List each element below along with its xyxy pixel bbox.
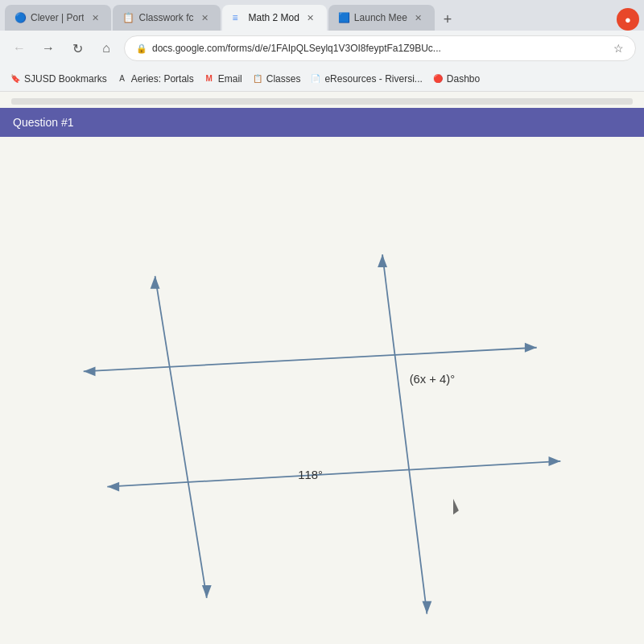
bookmark-email[interactable]: M Email <box>204 73 242 85</box>
svg-line-9 <box>382 254 427 613</box>
page-content: Question #1 <box>0 92 644 644</box>
bookmark-classes[interactable]: 📋 Classes <box>252 73 301 85</box>
diagram-area: (6x + 4)° 118° <box>0 137 644 644</box>
bookmark-label-classes: Classes <box>266 73 301 85</box>
geometry-diagram: (6x + 4)° 118° <box>0 137 644 644</box>
svg-line-6 <box>155 276 207 598</box>
tab-icon-launch: 🟦 <box>338 12 349 23</box>
address-bar-row: ← → ↻ ⌂ 🔒 docs.google.com/forms/d/e/1FAI… <box>0 31 644 66</box>
bookmark-icon-aeries: A <box>117 73 128 85</box>
bookmark-label-email: Email <box>218 73 242 85</box>
bookmark-label-eresources: eResources - Riversi... <box>324 73 422 85</box>
angle2-label: 118° <box>298 469 323 481</box>
bookmark-aeries[interactable]: A Aeries: Portals <box>117 73 194 85</box>
bookmark-label-aeries: Aeries: Portals <box>131 73 194 85</box>
back-button[interactable]: ← <box>8 37 31 60</box>
svg-marker-12 <box>453 498 459 514</box>
tab-label-clever: Clever | Port <box>31 12 84 23</box>
tab-close-launch[interactable]: ✕ <box>412 11 425 24</box>
bookmark-dashbo[interactable]: 🔴 Dashbo <box>432 73 480 85</box>
svg-marker-1 <box>525 343 537 353</box>
tab-classwork[interactable]: 📋 Classwork fc ✕ <box>113 5 221 31</box>
reload-button[interactable]: ↻ <box>66 37 89 60</box>
scroll-indicator <box>11 98 633 105</box>
lock-icon: 🔒 <box>136 43 147 54</box>
forward-button[interactable]: → <box>37 37 60 60</box>
bookmark-icon-email: M <box>204 73 215 85</box>
bookmark-eresources[interactable]: 📄 eResources - Riversi... <box>310 73 422 85</box>
question-header: Question #1 <box>0 108 644 137</box>
tab-icon-math: ≡ <box>232 12 243 23</box>
tab-bar: 🔵 Clever | Port ✕ 📋 Classwork fc ✕ ≡ Mat… <box>0 0 644 31</box>
tab-close-clever[interactable]: ✕ <box>89 11 101 24</box>
tab-close-math[interactable]: ✕ <box>304 11 317 24</box>
tab-label-launch: Launch Mee <box>354 12 407 23</box>
bookmark-icon-dashbo: 🔴 <box>432 73 444 85</box>
bookmark-star-icon[interactable]: ☆ <box>613 42 624 55</box>
new-tab-button[interactable]: + <box>436 8 459 31</box>
angle1-label: (6x + 4)° <box>410 373 456 386</box>
bookmark-label-dashbo: Dashbo <box>447 73 480 85</box>
bookmark-icon-eresources: 📄 <box>310 73 321 85</box>
bookmark-icon-classes: 📋 <box>252 73 263 85</box>
tab-clever[interactable]: 🔵 Clever | Port ✕ <box>5 5 111 31</box>
question-label: Question #1 <box>13 116 74 129</box>
tab-launch[interactable]: 🟦 Launch Mee ✕ <box>328 5 435 31</box>
tab-close-classwork[interactable]: ✕ <box>198 11 211 24</box>
tab-icon-clever: 🔵 <box>14 12 26 23</box>
tab-icon-classwork: 📋 <box>122 12 134 23</box>
address-bar[interactable]: 🔒 docs.google.com/forms/d/e/1FAIpQLSeylq… <box>124 35 636 61</box>
tab-math[interactable]: ≡ Math 2 Mod ✕ <box>222 5 326 31</box>
svg-marker-5 <box>107 482 119 492</box>
svg-line-3 <box>107 461 560 487</box>
home-button[interactable]: ⌂ <box>95 37 118 60</box>
browser-frame: 🔵 Clever | Port ✕ 📋 Classwork fc ✕ ≡ Mat… <box>0 0 644 644</box>
tab-label-classwork: Classwork fc <box>138 12 193 23</box>
svg-marker-8 <box>202 585 212 598</box>
tab-label-math: Math 2 Mod <box>248 12 299 23</box>
bookmark-sjusd[interactable]: 🔖 SJUSD Bookmarks <box>10 73 107 85</box>
bookmark-label-sjusd: SJUSD Bookmarks <box>24 73 107 85</box>
bookmark-icon-sjusd: 🔖 <box>10 73 21 85</box>
svg-marker-7 <box>151 276 160 289</box>
bookmarks-bar: 🔖 SJUSD Bookmarks A Aeries: Portals M Em… <box>0 66 644 92</box>
profile-button[interactable]: ● <box>617 8 639 31</box>
svg-marker-2 <box>84 366 96 376</box>
svg-marker-4 <box>548 456 560 466</box>
svg-marker-11 <box>422 601 431 614</box>
svg-line-0 <box>84 348 537 372</box>
svg-marker-10 <box>378 254 387 267</box>
address-text: docs.google.com/forms/d/e/1FAIpQLSeylq1V… <box>152 43 609 54</box>
